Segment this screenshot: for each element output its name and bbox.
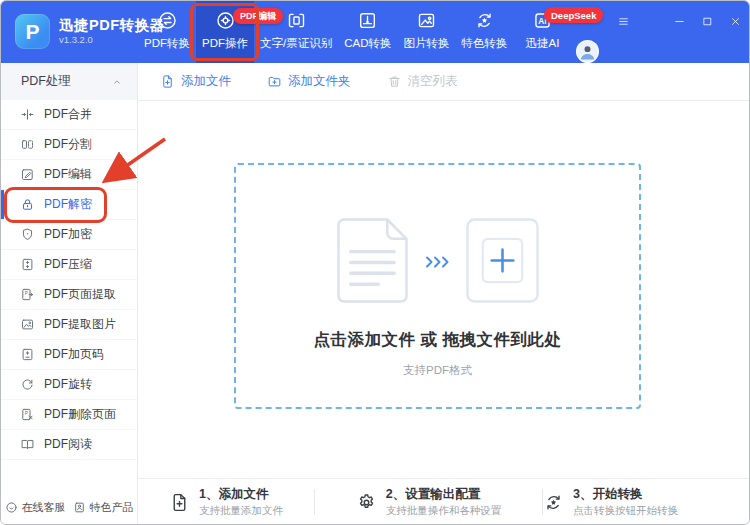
maximize-button[interactable] [700,14,715,29]
svg-text:P: P [25,291,28,296]
add-folder-button[interactable]: 添加文件夹 [267,73,351,90]
folder-plus-icon [267,74,282,89]
sidebar-group-pdf-processing[interactable]: PDF处理 [1,63,137,100]
split-icon [20,137,35,152]
footer-link-label: 在线客服 [22,500,66,515]
chevrons-icon [425,254,449,272]
app-window: P 迅捷PDF转换器 v1.3.2.0 PDF转换 PDF操作 文字/票证识别 [0,0,750,525]
ocr-icon [286,10,307,31]
featured-products[interactable]: 特色产品 [73,500,134,515]
page-number-icon [20,347,35,362]
sidebar-group-label: PDF处理 [21,73,71,90]
step-subtitle: 点击转换按钮开始转换 [573,504,678,517]
chevron-up-icon[interactable] [110,75,124,89]
divider[interactable] [644,14,659,29]
service-icon [5,501,18,514]
main-content: 点击添加文件 或 拖拽文件到此处 支持PDF格式 [138,101,750,478]
product-icon [73,501,86,514]
sidebar-item-pdf-page-number[interactable]: PDF加页码 [1,340,137,370]
sidebar-item-pdf-edit[interactable]: PDF编辑 [1,160,137,190]
toolbar-button-label: 添加文件 [181,73,231,90]
minimize-icon [673,15,686,28]
file-dropzone[interactable]: 点击添加文件 或 拖拽文件到此处 支持PDF格式 [234,163,641,409]
sidebar-list: PDF合并 PDF分割 PDF编辑 PDF解密 PDF加密 PDF压缩 [1,100,137,460]
user-avatar[interactable] [576,40,599,63]
sidebar-item-label: PDF压缩 [44,256,92,273]
sidebar-item-label: PDF加页码 [44,346,104,363]
svg-text:P: P [25,411,28,416]
deepseek-badge: DeepSeek [544,7,603,23]
sidebar-item-pdf-split[interactable]: PDF分割 [1,130,137,160]
sidebar-footer: 在线客服 特色产品 [1,493,137,521]
close-button[interactable] [728,14,743,29]
online-service[interactable]: 在线客服 [5,500,66,515]
gear-icon [356,492,377,513]
step-2-set-output: 2、设置输出配置 支持批量操作和各种设置 [315,479,542,525]
sidebar-item-pdf-decrypt[interactable]: PDF解密 [1,190,137,220]
toolbar-button-label: 添加文件夹 [288,73,351,90]
nav-tab-label: 特色转换 [461,36,507,51]
star-cycle-icon [543,492,564,513]
sidebar-item-label: PDF加密 [44,226,92,243]
dropzone-sub-text: 支持PDF格式 [403,363,472,378]
page-delete-icon: P [20,407,35,422]
compress-icon [20,257,35,272]
tab-special-convert[interactable]: 特色转换 [455,1,513,63]
trash-icon [387,74,402,89]
maximize-icon [701,15,714,28]
step-subtitle: 支持批量添加文件 [199,504,283,517]
dropzone-main-text: 点击添加文件 或 拖拽文件到此处 [313,329,561,351]
nav-tab-label: 迅捷AI [526,36,560,51]
nav-tab-label: PDF转换 [144,36,190,51]
file-plus-icon [169,492,190,513]
sidebar-item-label: PDF页面提取 [44,286,116,303]
step-1-add-files: 1、添加文件 支持批量添加文件 [138,479,314,525]
clear-list-button[interactable]: 清空列表 [387,73,458,90]
convert-icon [157,10,178,31]
add-file-button[interactable]: 添加文件 [160,73,231,90]
tab-image-convert[interactable]: 图片转换 [397,1,455,63]
page-extract-icon: P [20,287,35,302]
sidebar: PDF处理 PDF合并 PDF分割 PDF编辑 PDF解密 [1,63,138,525]
sidebar-item-label: PDF提取图片 [44,316,116,333]
hamburger-icon [617,15,630,28]
sidebar-item-pdf-delete-page[interactable]: P PDF删除页面 [1,400,137,430]
sidebar-item-pdf-merge[interactable]: PDF合并 [1,100,137,130]
sidebar-item-label: PDF旋转 [44,376,92,393]
nav-tab-label: PDF操作 [202,36,248,51]
file-toolbar: 添加文件 添加文件夹 清空列表 [138,63,750,101]
add-file-box-icon [466,218,539,307]
sidebar-item-label: PDF编辑 [44,166,92,183]
sidebar-item-pdf-compress[interactable]: PDF压缩 [1,250,137,280]
tab-cad-convert[interactable]: CAD转换 [338,1,397,63]
menu-button[interactable] [616,14,631,29]
sidebar-item-pdf-rotate[interactable]: PDF旋转 [1,370,137,400]
step-title: 1、添加文件 [199,487,283,503]
sidebar-item-label: PDF解密 [44,196,92,213]
sidebar-item-label: PDF分割 [44,136,92,153]
toolbar-button-label: 清空列表 [408,73,458,90]
minimize-button[interactable] [672,14,687,29]
step-title: 2、设置输出配置 [386,487,502,503]
title-bar: P 迅捷PDF转换器 v1.3.2.0 PDF转换 PDF操作 文字/票证识别 [1,1,750,63]
rotate-icon [20,377,35,392]
window-controls [616,11,743,31]
sidebar-item-pdf-read[interactable]: PDF阅读 [1,430,137,460]
sidebar-item-label: PDF合并 [44,106,92,123]
sidebar-item-pdf-page-extract[interactable]: P PDF页面提取 [1,280,137,310]
footer-link-label: 特色产品 [90,500,134,515]
book-icon [20,437,35,452]
sidebar-item-pdf-encrypt[interactable]: PDF加密 [1,220,137,250]
sidebar-item-label: PDF删除页面 [44,406,116,423]
sidebar-item-pdf-image-extract[interactable]: PDF提取图片 [1,310,137,340]
sidebar-item-label: PDF阅读 [44,436,92,453]
merge-icon [20,107,35,122]
nav-tab-label: 文字/票证识别 [260,36,332,51]
close-icon [729,15,742,28]
shield-icon [20,227,35,242]
star-cycle-icon [474,10,495,31]
tab-pdf-convert[interactable]: PDF转换 [138,1,196,63]
image-icon [20,317,35,332]
image-icon [416,10,437,31]
step-title: 3、开始转换 [573,487,678,503]
